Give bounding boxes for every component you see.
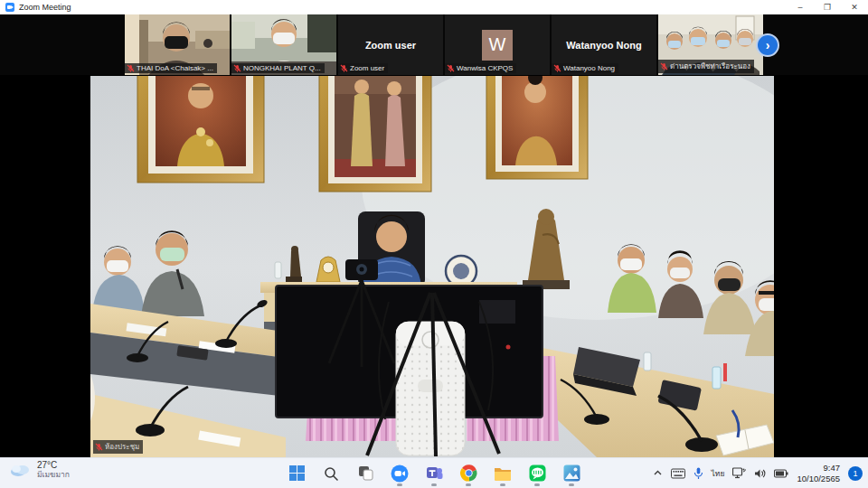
task-view-icon [358, 465, 373, 481]
taskbar-teams-app[interactable] [422, 460, 446, 487]
sanitizer-bottle [275, 262, 281, 278]
participant-thumb-nongkhai[interactable]: NONGKHAI PLANT Q... [231, 14, 336, 75]
taskbar-clock[interactable]: 9:47 10/10/2565 [797, 463, 840, 484]
chrome-icon [460, 465, 477, 482]
participant-name-tag: THAI DoA <Chaisak> ... [125, 63, 217, 73]
muted-mic-icon [340, 64, 348, 72]
muted-mic-icon [660, 62, 668, 70]
notification-badge[interactable]: 1 [848, 466, 863, 481]
foreground-center [276, 259, 559, 456]
network-icon[interactable] [732, 467, 746, 479]
participant-name-tag: NONGKHAI PLANT Q... [231, 63, 325, 73]
clock-time: 9:47 [797, 463, 840, 474]
taskbar-line-app[interactable] [525, 460, 549, 487]
muted-mic-icon [233, 64, 241, 72]
participant-filmstrip: THAI DoA <Chaisak> ... NONGKHAI PLANT [0, 14, 868, 75]
weather-temp: 27°C [37, 460, 70, 471]
microphone-tray-icon[interactable] [693, 467, 703, 480]
royal-portrait-left [137, 76, 264, 183]
chairman-head [376, 221, 407, 252]
zoom-meeting-window: Zoom Meeting – ❐ ✕ [0, 0, 868, 488]
participant-thumb-wanwisa[interactable]: W Wanwisa CKPQS [445, 14, 550, 75]
taskbar-zoom-app[interactable] [388, 460, 411, 487]
line-icon [529, 465, 546, 482]
participant-thumb-watanyoo[interactable]: Watanyoo Nong Watanyoo Nong [552, 14, 656, 75]
title-bar: Zoom Meeting – ❐ ✕ [0, 0, 868, 14]
muted-mic-icon [447, 64, 455, 72]
maximize-button[interactable]: ❐ [814, 0, 841, 14]
task-view-button[interactable] [354, 460, 377, 487]
zoom-icon [391, 465, 409, 483]
minimize-button[interactable]: – [787, 0, 814, 14]
royal-portrait-center [319, 76, 431, 192]
participant-name-tag: Watanyoo Nong [552, 63, 618, 73]
taskbar-photos-app[interactable] [560, 460, 583, 487]
muted-mic-icon [95, 443, 103, 451]
photos-icon [563, 465, 580, 482]
hidden-icons-chevron[interactable] [653, 468, 663, 478]
clock-date: 10/10/2565 [797, 474, 840, 484]
participant-name-tag: Zoom user [338, 63, 388, 73]
participant-name-tag: ด่านตรวจพืชท่าเรือระนอง [658, 60, 754, 73]
muted-mic-icon [553, 64, 561, 72]
doa-emblem [446, 256, 476, 286]
main-speaker-video[interactable]: ห้องประชุม [90, 76, 774, 457]
muted-mic-icon [127, 64, 135, 72]
window-title: Zoom Meeting [19, 3, 71, 12]
main-speaker-name-tag: ห้องประชุม [93, 440, 143, 454]
next-participants-button[interactable]: › [756, 33, 779, 57]
folder-icon [494, 465, 512, 483]
royal-portrait-right [486, 76, 588, 179]
windows-logo-icon [289, 465, 305, 481]
windows-taskbar: 27°C มีเมฆมาก [0, 457, 868, 488]
sanitizer-bottle [644, 352, 651, 371]
volume-icon[interactable] [754, 468, 766, 479]
search-button[interactable] [319, 460, 343, 487]
participant-name-tag: Wanwisa CKPQS [445, 63, 516, 73]
meeting-room-scene [90, 76, 774, 457]
taskbar-file-explorer[interactable] [491, 460, 514, 487]
search-icon [324, 466, 338, 481]
weather-widget[interactable]: 27°C มีเมฆมาก [9, 460, 70, 479]
participant-thumb-thai-doa[interactable]: THAI DoA <Chaisak> ... [125, 14, 230, 75]
sanitizer-bottle [712, 367, 721, 389]
zoom-app-icon [5, 3, 14, 12]
touch-keyboard-icon[interactable] [671, 468, 685, 479]
teams-icon [426, 465, 443, 482]
weather-condition: มีเมฆมาก [37, 471, 70, 480]
language-indicator[interactable]: ไทย [712, 467, 725, 480]
window-controls: – ❐ ✕ [787, 0, 868, 14]
cloud-icon [9, 463, 31, 477]
taskbar-app-icons [285, 458, 583, 488]
start-button[interactable] [285, 460, 308, 487]
battery-icon[interactable] [774, 469, 788, 478]
participant-avatar: W [482, 30, 513, 61]
participant-thumb-zoom-user[interactable]: Zoom user Zoom user [338, 14, 443, 75]
pen [723, 363, 727, 381]
system-tray: ไทย 9:47 10/10/2565 1 [653, 458, 863, 488]
participant-thumb-ranong[interactable]: ด่านตรวจพืชท่าเรือระนอง [658, 14, 763, 75]
chevron-right-icon: › [766, 38, 770, 52]
close-button[interactable]: ✕ [841, 0, 868, 14]
taskbar-chrome-app[interactable] [457, 460, 480, 487]
